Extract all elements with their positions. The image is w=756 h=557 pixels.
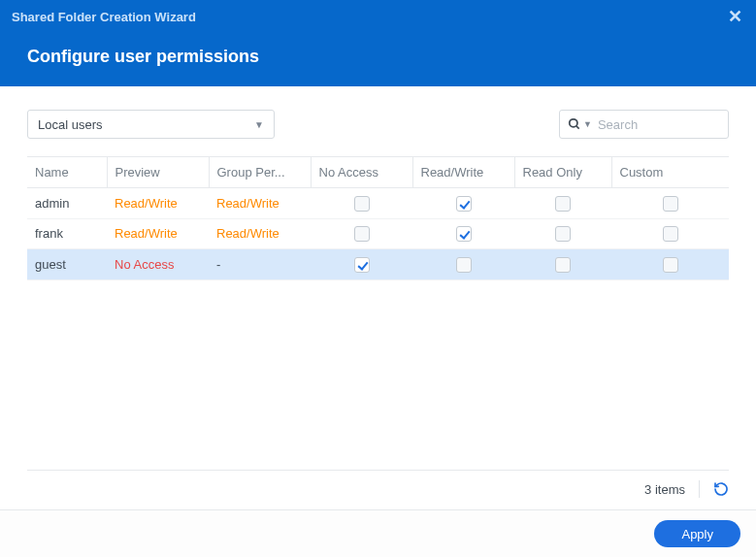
item-count-label: 3 items — [644, 482, 685, 497]
checkbox-read-only[interactable] — [555, 226, 571, 242]
cell-preview: Read/Write — [115, 196, 178, 211]
titlebar: Shared Folder Creation Wizard ✕ — [0, 0, 756, 33]
svg-point-0 — [570, 119, 577, 127]
checkbox-custom[interactable] — [663, 257, 678, 273]
checkbox-read-write[interactable] — [456, 226, 472, 242]
search-input[interactable] — [596, 116, 720, 133]
cell-name: admin — [35, 196, 69, 211]
user-scope-select[interactable]: Local users ▼ — [27, 110, 275, 139]
cell-name: frank — [35, 226, 63, 241]
col-header-preview[interactable]: Preview — [107, 157, 209, 188]
col-header-rw[interactable]: Read/Write — [412, 157, 514, 188]
cell-name: guest — [35, 257, 66, 272]
checkbox-custom[interactable] — [663, 226, 678, 242]
table-row[interactable]: frankRead/WriteRead/Write — [27, 218, 729, 249]
permissions-table: Name Preview Group Per... No Access Read… — [27, 156, 729, 280]
svg-line-1 — [576, 126, 579, 129]
table-row[interactable]: guestNo Access- — [27, 249, 729, 280]
toolbar: Local users ▼ ▼ — [27, 110, 729, 139]
apply-button[interactable]: Apply — [654, 520, 740, 547]
content-area: Local users ▼ ▼ Name Preview Group Per..… — [0, 86, 756, 509]
wizard-window: Shared Folder Creation Wizard ✕ Configur… — [0, 0, 756, 557]
checkbox-custom[interactable] — [663, 196, 678, 212]
cell-group: Read/Write — [216, 226, 279, 241]
divider — [699, 480, 700, 498]
checkbox-read-write[interactable] — [456, 196, 472, 212]
checkbox-read-only[interactable] — [555, 196, 571, 212]
dialog-footer: Apply — [0, 509, 756, 557]
user-scope-label: Local users — [38, 117, 254, 132]
chevron-down-icon: ▼ — [583, 119, 592, 129]
col-header-ro[interactable]: Read Only — [514, 157, 611, 188]
table-row[interactable]: adminRead/WriteRead/Write — [27, 188, 729, 219]
checkbox-no-access[interactable] — [354, 226, 370, 242]
cell-preview: No Access — [115, 257, 174, 272]
page-title: Configure user permissions — [0, 33, 756, 86]
chevron-down-icon: ▼ — [254, 119, 264, 130]
search-icon — [568, 117, 581, 131]
col-header-group[interactable]: Group Per... — [209, 157, 311, 188]
col-header-noaccess[interactable]: No Access — [311, 157, 412, 188]
checkbox-no-access[interactable] — [354, 257, 370, 273]
table-header-row: Name Preview Group Per... No Access Read… — [27, 157, 729, 188]
table-footer: 3 items — [27, 470, 729, 509]
close-icon[interactable]: ✕ — [725, 6, 744, 27]
search-box[interactable]: ▼ — [559, 110, 729, 139]
col-header-name[interactable]: Name — [27, 157, 107, 188]
checkbox-read-write[interactable] — [456, 257, 472, 273]
checkbox-no-access[interactable] — [354, 196, 370, 212]
cell-group: Read/Write — [216, 196, 279, 211]
cell-group: - — [216, 257, 220, 272]
checkbox-read-only[interactable] — [555, 257, 571, 273]
col-header-custom[interactable]: Custom — [611, 157, 729, 188]
cell-preview: Read/Write — [115, 226, 178, 241]
window-title: Shared Folder Creation Wizard — [12, 10, 725, 24]
refresh-icon[interactable] — [713, 481, 729, 497]
